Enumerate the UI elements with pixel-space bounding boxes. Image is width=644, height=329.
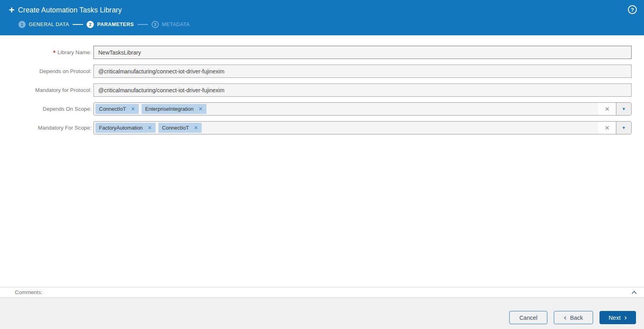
comments-collapse-button[interactable] [631, 290, 638, 295]
mandatory-for-protocol-input[interactable] [93, 83, 632, 97]
comments-label: Comments: [15, 289, 43, 295]
chip-label: EnterpriseIntegration [145, 106, 194, 112]
chevron-up-icon [631, 290, 638, 295]
form-row-depends-on-protocol: Depends on Protocol: [0, 65, 644, 78]
chip-remove-icon[interactable]: ✕ [198, 106, 203, 112]
step-2-circle: 2 [87, 21, 94, 28]
mandatory-for-protocol-field-wrap [93, 83, 632, 97]
page-title: Create Automation Tasks Library [18, 6, 122, 14]
mandatory-for-scope-label: Mandatory For Scope: [0, 125, 91, 131]
chip-remove-icon[interactable]: ✕ [194, 125, 198, 130]
form-row-depends-on-scope: Depends On Scope: ConnectIoT ✕ Enterpris… [0, 102, 644, 116]
next-button[interactable]: Next › [599, 311, 636, 324]
parameters-form: * Library Name: Depends on Protocol: Man… [0, 35, 644, 140]
dropdown-toggle-button[interactable]: ▼ [616, 103, 631, 115]
back-button[interactable]: ‹ Back [554, 311, 593, 324]
wizard-steps: 1 GENERAL DATA 2 PARAMETERS 3 METADATA [18, 21, 636, 28]
mandatory-for-scope-chips: FactoryAutomation ✕ ConnectIoT ✕ [94, 122, 598, 134]
form-empty-area [0, 140, 644, 287]
add-icon: + [9, 6, 14, 14]
comments-bar: Comments: [0, 287, 644, 298]
help-button[interactable]: ? [628, 5, 637, 14]
chip-label: ConnectIoT [162, 125, 189, 131]
form-row-library-name: * Library Name: [0, 46, 644, 59]
step-general-data[interactable]: 1 GENERAL DATA [18, 21, 69, 28]
library-name-label-text: Library Name: [57, 49, 91, 55]
mandatory-for-protocol-label: Mandatory for Protocol: [0, 87, 91, 93]
depends-on-protocol-label: Depends on Protocol: [0, 68, 91, 74]
chip-enterpriseintegration[interactable]: EnterpriseIntegration ✕ [142, 104, 207, 114]
library-name-input[interactable] [93, 46, 632, 59]
next-button-label: Next [609, 315, 621, 321]
step-connector-2-3 [138, 24, 148, 25]
required-icon: * [53, 49, 55, 56]
clear-icon: ✕ [605, 124, 610, 132]
mandatory-for-scope-field-wrap: FactoryAutomation ✕ ConnectIoT ✕ ✕ ▼ [93, 121, 632, 134]
chip-remove-icon[interactable]: ✕ [131, 106, 135, 112]
mandatory-for-protocol-label-text: Mandatory for Protocol: [35, 87, 91, 93]
chevron-right-icon: › [624, 313, 627, 321]
chip-factoryautomation[interactable]: FactoryAutomation ✕ [95, 123, 156, 133]
chevron-down-icon: ▼ [622, 126, 626, 130]
step-parameters[interactable]: 2 PARAMETERS [87, 21, 134, 28]
depends-on-scope-chips: ConnectIoT ✕ EnterpriseIntegration ✕ [94, 103, 598, 115]
wizard-footer: Cancel ‹ Back Next › [0, 298, 644, 329]
step-3-label: METADATA [162, 22, 190, 27]
clear-field-button[interactable]: ✕ [598, 122, 616, 134]
mandatory-for-scope-multiselect[interactable]: FactoryAutomation ✕ ConnectIoT ✕ ✕ ▼ [93, 121, 632, 134]
chip-label: FactoryAutomation [99, 125, 143, 131]
title-row: + Create Automation Tasks Library [9, 5, 636, 15]
step-3-circle: 3 [152, 21, 159, 28]
form-row-mandatory-for-scope: Mandatory For Scope: FactoryAutomation ✕… [0, 121, 644, 134]
clear-field-button[interactable]: ✕ [598, 103, 616, 115]
help-icon: ? [631, 7, 634, 13]
back-button-label: Back [570, 315, 583, 321]
step-1-circle: 1 [18, 21, 26, 28]
depends-on-scope-field-wrap: ConnectIoT ✕ EnterpriseIntegration ✕ ✕ ▼ [93, 102, 632, 116]
wizard-header: + Create Automation Tasks Library ? 1 GE… [0, 0, 644, 35]
chevron-left-icon: ‹ [564, 313, 566, 321]
dropdown-toggle-button[interactable]: ▼ [616, 122, 631, 134]
depends-on-protocol-input[interactable] [93, 65, 632, 78]
clear-icon: ✕ [605, 106, 610, 113]
depends-on-protocol-label-text: Depends on Protocol: [39, 68, 91, 74]
step-2-label: PARAMETERS [97, 22, 134, 27]
library-name-field-wrap [93, 46, 632, 59]
library-name-label: * Library Name: [0, 49, 91, 56]
step-connector-1-2 [73, 24, 83, 25]
depends-on-protocol-field-wrap [93, 65, 632, 78]
cancel-button[interactable]: Cancel [509, 311, 547, 324]
step-1-label: GENERAL DATA [29, 22, 69, 27]
cancel-button-label: Cancel [519, 315, 537, 321]
depends-on-scope-label-text: Depends On Scope: [43, 106, 91, 112]
depends-on-scope-multiselect[interactable]: ConnectIoT ✕ EnterpriseIntegration ✕ ✕ ▼ [93, 102, 632, 116]
form-row-mandatory-for-protocol: Mandatory for Protocol: [0, 83, 644, 97]
chip-label: ConnectIoT [99, 106, 126, 112]
chip-connectiot[interactable]: ConnectIoT ✕ [95, 104, 139, 114]
chip-remove-icon[interactable]: ✕ [148, 125, 152, 130]
chip-connectiot[interactable]: ConnectIoT ✕ [158, 123, 202, 133]
mandatory-for-scope-label-text: Mandatory For Scope: [38, 125, 91, 131]
step-metadata[interactable]: 3 METADATA [152, 21, 190, 28]
chevron-down-icon: ▼ [622, 107, 626, 111]
depends-on-scope-label: Depends On Scope: [0, 106, 91, 112]
